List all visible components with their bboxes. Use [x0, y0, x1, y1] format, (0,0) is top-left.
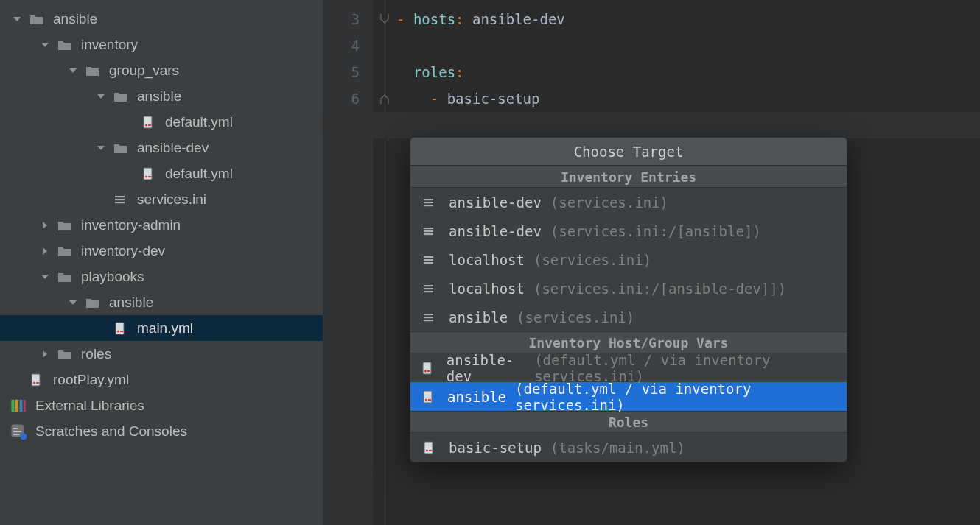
folder-icon [56, 243, 72, 259]
tree-item-default-yml[interactable]: default.yml [0, 109, 323, 135]
tree-item-label: ansible [137, 88, 181, 105]
folder-icon [112, 88, 128, 105]
tree-item-rootplay-yml[interactable]: rootPlay.yml [0, 367, 323, 392]
tree-item-label: main.yml [137, 320, 193, 337]
popup-item[interactable]: ansible-dev(services.ini) [410, 188, 847, 216]
tree-item-group-vars[interactable]: group_vars [0, 57, 323, 83]
svg-rect-0 [11, 399, 14, 412]
popup-item-label: localhost [449, 252, 525, 268]
tree-item-label: inventory [81, 37, 138, 53]
chevron-down-icon[interactable] [38, 38, 52, 52]
svg-rect-1 [15, 399, 18, 412]
yaml-icon [421, 440, 437, 456]
external-libraries-label: External Libraries [35, 398, 144, 414]
chevron-right-icon[interactable] [38, 244, 52, 258]
fold-indicator [374, 6, 395, 32]
scratches-label: Scratches and Consoles [35, 423, 187, 440]
chevron-none [94, 193, 108, 206]
tree-item-roles[interactable]: roles [0, 341, 323, 367]
folder-icon [84, 295, 100, 311]
folder-icon [112, 140, 128, 156]
tree-item-label: inventory-admin [81, 217, 181, 233]
popup-item[interactable]: ansible-dev(services.ini:/[ansible]) [410, 216, 847, 245]
tree-item-inventory-admin[interactable]: inventory-admin [0, 212, 323, 238]
popup-item-meta: (services.ini:/[ansible]) [550, 223, 761, 239]
ini-icon [112, 191, 128, 208]
popup-item-label: ansible-dev [449, 194, 542, 211]
yaml-icon [112, 320, 128, 337]
tree-item-ansible[interactable]: ansible [0, 289, 323, 315]
choose-target-popup: Choose Target Inventory Entriesansible-d… [410, 137, 847, 462]
tree-item-ansible[interactable]: ansible [0, 83, 323, 109]
yaml-icon [421, 389, 435, 405]
popup-item[interactable]: localhost(services.ini) [410, 245, 847, 274]
folder-icon [28, 11, 44, 27]
chevron-right-icon[interactable] [38, 219, 52, 232]
popup-item-meta: (services.ini) [550, 194, 668, 211]
popup-item[interactable]: ansible(default.yml / via inventory serv… [410, 382, 847, 411]
chevron-down-icon[interactable] [66, 296, 80, 309]
tree-item-inventory-dev[interactable]: inventory-dev [0, 238, 323, 264]
tree-item-main-yml[interactable]: main.yml [0, 315, 323, 341]
chevron-down-icon[interactable] [94, 90, 108, 103]
tree-item-inventory[interactable]: inventory [0, 32, 323, 57]
folder-icon [56, 37, 72, 53]
project-tree[interactable]: ansibleinventorygroup_varsansibledefault… [0, 0, 323, 525]
popup-item[interactable]: basic-setup(tasks/main.yml) [410, 433, 847, 462]
chevron-down-icon[interactable] [10, 13, 24, 26]
tree-item-default-yml[interactable]: default.yml [0, 161, 323, 186]
fold-indicator [374, 59, 395, 85]
line-number: 5 [323, 59, 373, 85]
tree-item-label: default.yml [165, 166, 233, 182]
popup-title: Choose Target [410, 138, 847, 166]
code-editor[interactable]: 34567 - hosts: ansible-dev roles: - basi… [323, 0, 980, 525]
popup-item-label: ansible-dev [447, 352, 525, 384]
tree-item-label: roles [81, 346, 111, 362]
chevron-down-icon[interactable] [66, 64, 80, 77]
line-number: 6 [323, 85, 373, 112]
tree-item-label: inventory-dev [81, 243, 165, 259]
tree-item-ansible-dev[interactable]: ansible-dev [0, 135, 323, 161]
folder-icon [84, 63, 100, 79]
fold-indicator [374, 85, 395, 112]
popup-section-header: Inventory Entries [410, 166, 847, 188]
chevron-right-icon[interactable] [38, 348, 52, 361]
tree-item-label: services.ini [137, 191, 206, 208]
chevron-none [122, 167, 136, 180]
popup-item-meta: (services.ini:/[ansible-dev]]) [533, 281, 786, 297]
chevron-none [94, 322, 108, 335]
popup-item-label: ansible [449, 309, 508, 325]
tree-item-label: ansible [53, 11, 97, 27]
folder-icon [56, 346, 72, 362]
tree-item-label: rootPlay.yml [53, 372, 129, 388]
tree-item-ansible[interactable]: ansible [0, 6, 323, 32]
external-libraries[interactable]: External Libraries [0, 392, 323, 418]
svg-rect-2 [19, 399, 22, 412]
tree-item-label: default.yml [165, 114, 233, 130]
tree-item-services-ini[interactable]: services.ini [0, 186, 323, 212]
code-line[interactable] [396, 32, 980, 59]
folder-icon [56, 217, 72, 233]
popup-item[interactable]: ansible(services.ini) [410, 303, 847, 331]
chevron-down-icon[interactable] [38, 270, 52, 283]
ini-icon [421, 223, 437, 239]
ini-icon [421, 252, 437, 268]
tree-item-playbooks[interactable]: playbooks [0, 264, 323, 289]
popup-item-label: ansible-dev [449, 223, 542, 239]
popup-section-header: Inventory Host/Group Vars [410, 331, 847, 353]
popup-item-label: localhost [449, 281, 525, 297]
code-line[interactable]: - basic-setup [396, 85, 980, 112]
code-line[interactable]: - hosts: ansible-dev [396, 6, 980, 32]
popup-item[interactable]: localhost(services.ini:/[ansible-dev]]) [410, 274, 847, 303]
code-line[interactable]: roles: [396, 59, 980, 85]
popup-section-header: Roles [410, 411, 847, 433]
popup-item[interactable]: ansible-dev(default.yml / via inventory … [410, 353, 847, 382]
scratches-and-consoles[interactable]: Scratches and Consoles [0, 418, 323, 444]
chevron-none [10, 373, 24, 387]
chevron-down-icon[interactable] [94, 141, 108, 155]
ini-icon [421, 194, 437, 211]
ini-icon [421, 281, 437, 297]
svg-rect-3 [24, 399, 26, 412]
ini-icon [421, 309, 437, 325]
code-line[interactable] [396, 112, 980, 138]
